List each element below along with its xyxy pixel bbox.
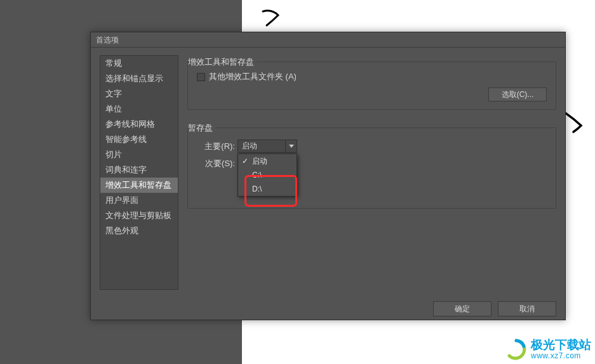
dialog-title-bar: 首选项	[91, 32, 565, 48]
sidebar-item-ui[interactable]: 用户界面	[100, 193, 178, 208]
sidebar-item-units[interactable]: 单位	[100, 101, 178, 117]
dialog-title-text: 首选项	[96, 36, 119, 44]
plugins-fieldset-title: 增效工具和暂存盘	[188, 56, 257, 68]
sidebar-item-general[interactable]: 常规	[100, 56, 178, 71]
watermark-logo-icon	[505, 339, 527, 360]
plugins-fieldset: 增效工具和暂存盘 其他增效工具文件夹 (A) 选取(C)...	[187, 62, 556, 110]
cancel-button[interactable]: 取消	[498, 301, 556, 316]
watermark-sub-text: www.xz7.com	[531, 352, 591, 360]
scratch-fieldset: 暂存盘 主要(R): 启动 启动 C:\ D:\ 次要(S):	[187, 127, 556, 209]
watermark-text: 极光下载站 www.xz7.com	[531, 339, 591, 360]
choose-plugins-folder-button[interactable]: 选取(C)...	[488, 88, 547, 101]
dropdown-option-c[interactable]: C:\	[238, 168, 297, 182]
preferences-dialog: 首选项 常规 选择和锚点显示 文字 单位 参考线和网格 智能参考线 切片 词典和…	[90, 32, 566, 320]
dialog-body: 常规 选择和锚点显示 文字 单位 参考线和网格 智能参考线 切片 词典和连字 增…	[91, 48, 565, 296]
primary-scratch-value: 启动	[242, 141, 257, 152]
sidebar-item-selection[interactable]: 选择和锚点显示	[100, 71, 178, 86]
additional-plugins-label: 其他增效工具文件夹 (A)	[209, 71, 297, 82]
sidebar-item-black-appearance[interactable]: 黑色外观	[100, 223, 178, 238]
scribble-decoration-1	[259, 8, 290, 30]
sidebar-item-smart-guides[interactable]: 智能参考线	[100, 132, 178, 147]
scratch-fieldset-title: 暂存盘	[188, 122, 215, 134]
sidebar-item-dictionary[interactable]: 词典和连字	[100, 162, 178, 178]
watermark-main-text: 极光下载站	[531, 339, 591, 352]
additional-plugins-checkbox[interactable]	[197, 73, 205, 81]
additional-plugins-row: 其他增效工具文件夹 (A)	[197, 71, 547, 82]
watermark: 极光下载站 www.xz7.com	[505, 339, 591, 360]
sidebar-item-guides[interactable]: 参考线和网格	[100, 117, 178, 132]
sidebar-item-type[interactable]: 文字	[100, 86, 178, 101]
primary-scratch-dropdown-menu: 启动 C:\ D:\	[237, 153, 297, 197]
dropdown-option-startup[interactable]: 启动	[238, 154, 297, 168]
dialog-footer: 确定 取消	[91, 296, 565, 325]
primary-scratch-label: 主要(R):	[197, 141, 235, 152]
secondary-scratch-label: 次要(S):	[197, 158, 235, 169]
primary-scratch-row: 主要(R): 启动 启动 C:\ D:\	[197, 140, 547, 153]
dropdown-arrow-icon	[285, 140, 297, 152]
sidebar-item-slices[interactable]: 切片	[100, 147, 178, 162]
ok-button[interactable]: 确定	[433, 301, 491, 316]
main-panel: 增效工具和暂存盘 其他增效工具文件夹 (A) 选取(C)... 暂存盘 主要(R…	[178, 55, 556, 290]
sidebar-item-file-handling[interactable]: 文件处理与剪贴板	[100, 208, 178, 223]
primary-scratch-dropdown[interactable]: 启动	[237, 140, 297, 153]
svg-point-0	[514, 347, 519, 352]
sidebar-item-plugins-scratch[interactable]: 增效工具和暂存盘	[100, 178, 178, 193]
preferences-sidebar: 常规 选择和锚点显示 文字 单位 参考线和网格 智能参考线 切片 词典和连字 增…	[100, 55, 178, 290]
dropdown-option-d[interactable]: D:\	[238, 182, 297, 196]
